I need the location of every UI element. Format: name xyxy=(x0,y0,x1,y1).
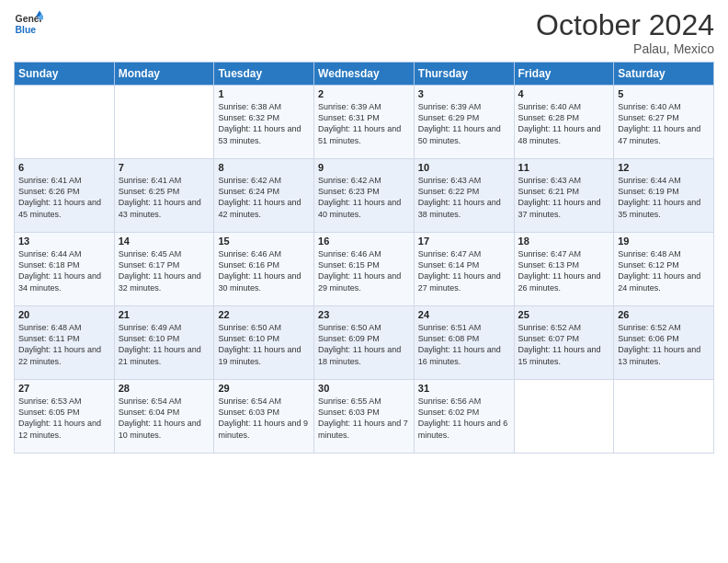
day-number: 1 xyxy=(218,88,310,99)
cell-info: Sunrise: 6:44 AM Sunset: 6:18 PM Dayligh… xyxy=(18,248,110,293)
calendar-cell xyxy=(614,380,714,454)
day-number: 21 xyxy=(119,309,210,320)
calendar-cell: 22Sunrise: 6:50 AM Sunset: 6:10 PM Dayli… xyxy=(214,306,314,380)
day-number: 30 xyxy=(318,383,410,394)
day-number: 18 xyxy=(518,236,610,247)
cell-info: Sunrise: 6:39 AM Sunset: 6:31 PM Dayligh… xyxy=(318,101,410,146)
day-number: 23 xyxy=(318,309,410,320)
day-number: 26 xyxy=(618,309,710,320)
logo-icon: General Blue xyxy=(14,9,43,39)
calendar-cell: 31Sunrise: 6:56 AM Sunset: 6:02 PM Dayli… xyxy=(414,380,514,454)
calendar-cell: 19Sunrise: 6:48 AM Sunset: 6:12 PM Dayli… xyxy=(614,233,714,306)
cell-info: Sunrise: 6:46 AM Sunset: 6:16 PM Dayligh… xyxy=(218,248,310,293)
cell-info: Sunrise: 6:45 AM Sunset: 6:17 PM Dayligh… xyxy=(119,248,210,293)
calendar-cell: 5Sunrise: 6:40 AM Sunset: 6:27 PM Daylig… xyxy=(614,86,714,159)
day-number: 15 xyxy=(218,236,310,247)
cell-info: Sunrise: 6:52 AM Sunset: 6:07 PM Dayligh… xyxy=(518,322,610,367)
day-header-tuesday: Tuesday xyxy=(214,63,314,86)
title-area: October 2024 Palau, Mexico xyxy=(536,9,714,56)
cell-info: Sunrise: 6:40 AM Sunset: 6:28 PM Dayligh… xyxy=(518,101,610,146)
cell-info: Sunrise: 6:44 AM Sunset: 6:19 PM Dayligh… xyxy=(618,175,710,220)
day-number: 9 xyxy=(318,162,410,173)
calendar-cell: 23Sunrise: 6:50 AM Sunset: 6:09 PM Dayli… xyxy=(314,306,415,380)
day-header-thursday: Thursday xyxy=(414,63,514,86)
logo: General Blue xyxy=(14,9,43,39)
day-number: 27 xyxy=(18,383,110,394)
calendar-cell: 8Sunrise: 6:42 AM Sunset: 6:24 PM Daylig… xyxy=(214,159,314,233)
cell-info: Sunrise: 6:39 AM Sunset: 6:29 PM Dayligh… xyxy=(418,101,510,146)
cell-info: Sunrise: 6:41 AM Sunset: 6:26 PM Dayligh… xyxy=(18,175,110,220)
cell-info: Sunrise: 6:43 AM Sunset: 6:22 PM Dayligh… xyxy=(418,175,510,220)
calendar-cell: 20Sunrise: 6:48 AM Sunset: 6:11 PM Dayli… xyxy=(15,306,115,380)
cell-info: Sunrise: 6:48 AM Sunset: 6:12 PM Dayligh… xyxy=(618,248,710,293)
calendar-cell: 1Sunrise: 6:38 AM Sunset: 6:32 PM Daylig… xyxy=(214,86,314,159)
week-row: 13Sunrise: 6:44 AM Sunset: 6:18 PM Dayli… xyxy=(15,233,714,306)
calendar-cell: 26Sunrise: 6:52 AM Sunset: 6:06 PM Dayli… xyxy=(614,306,714,380)
calendar-cell: 2Sunrise: 6:39 AM Sunset: 6:31 PM Daylig… xyxy=(314,86,415,159)
day-number: 24 xyxy=(418,309,510,320)
calendar-cell: 14Sunrise: 6:45 AM Sunset: 6:17 PM Dayli… xyxy=(114,233,214,306)
day-number: 19 xyxy=(618,236,710,247)
header: General Blue October 2024 Palau, Mexico xyxy=(14,9,714,56)
cell-info: Sunrise: 6:54 AM Sunset: 6:04 PM Dayligh… xyxy=(119,396,210,441)
cell-info: Sunrise: 6:51 AM Sunset: 6:08 PM Dayligh… xyxy=(418,322,510,367)
cell-info: Sunrise: 6:41 AM Sunset: 6:25 PM Dayligh… xyxy=(119,175,210,220)
calendar-cell: 28Sunrise: 6:54 AM Sunset: 6:04 PM Dayli… xyxy=(114,380,214,454)
cell-info: Sunrise: 6:47 AM Sunset: 6:13 PM Dayligh… xyxy=(518,248,610,293)
calendar-cell: 10Sunrise: 6:43 AM Sunset: 6:22 PM Dayli… xyxy=(414,159,514,233)
calendar-cell xyxy=(114,86,214,159)
day-number: 7 xyxy=(119,162,210,173)
day-number: 17 xyxy=(418,236,510,247)
cell-info: Sunrise: 6:38 AM Sunset: 6:32 PM Dayligh… xyxy=(218,101,310,146)
calendar-cell: 18Sunrise: 6:47 AM Sunset: 6:13 PM Dayli… xyxy=(514,233,614,306)
day-header-friday: Friday xyxy=(514,63,614,86)
calendar-cell: 3Sunrise: 6:39 AM Sunset: 6:29 PM Daylig… xyxy=(414,86,514,159)
cell-info: Sunrise: 6:52 AM Sunset: 6:06 PM Dayligh… xyxy=(618,322,710,367)
cell-info: Sunrise: 6:47 AM Sunset: 6:14 PM Dayligh… xyxy=(418,248,510,293)
day-number: 8 xyxy=(218,162,310,173)
week-row: 20Sunrise: 6:48 AM Sunset: 6:11 PM Dayli… xyxy=(15,306,714,380)
week-row: 1Sunrise: 6:38 AM Sunset: 6:32 PM Daylig… xyxy=(15,86,714,159)
header-row: SundayMondayTuesdayWednesdayThursdayFrid… xyxy=(15,63,714,86)
calendar-cell: 15Sunrise: 6:46 AM Sunset: 6:16 PM Dayli… xyxy=(214,233,314,306)
day-number: 31 xyxy=(418,383,510,394)
calendar-cell: 13Sunrise: 6:44 AM Sunset: 6:18 PM Dayli… xyxy=(15,233,115,306)
calendar-cell: 21Sunrise: 6:49 AM Sunset: 6:10 PM Dayli… xyxy=(114,306,214,380)
cell-info: Sunrise: 6:54 AM Sunset: 6:03 PM Dayligh… xyxy=(218,396,310,441)
cell-info: Sunrise: 6:50 AM Sunset: 6:10 PM Dayligh… xyxy=(218,322,310,367)
cell-info: Sunrise: 6:42 AM Sunset: 6:23 PM Dayligh… xyxy=(318,175,410,220)
day-number: 16 xyxy=(318,236,410,247)
cell-info: Sunrise: 6:43 AM Sunset: 6:21 PM Dayligh… xyxy=(518,175,610,220)
day-number: 3 xyxy=(418,88,510,99)
cell-info: Sunrise: 6:48 AM Sunset: 6:11 PM Dayligh… xyxy=(18,322,110,367)
calendar-cell: 17Sunrise: 6:47 AM Sunset: 6:14 PM Dayli… xyxy=(414,233,514,306)
calendar-cell: 11Sunrise: 6:43 AM Sunset: 6:21 PM Dayli… xyxy=(514,159,614,233)
calendar-cell: 25Sunrise: 6:52 AM Sunset: 6:07 PM Dayli… xyxy=(514,306,614,380)
calendar-cell: 4Sunrise: 6:40 AM Sunset: 6:28 PM Daylig… xyxy=(514,86,614,159)
day-number: 13 xyxy=(18,236,110,247)
calendar-cell: 7Sunrise: 6:41 AM Sunset: 6:25 PM Daylig… xyxy=(114,159,214,233)
calendar-table: SundayMondayTuesdayWednesdayThursdayFrid… xyxy=(14,62,714,454)
cell-info: Sunrise: 6:42 AM Sunset: 6:24 PM Dayligh… xyxy=(218,175,310,220)
day-number: 14 xyxy=(119,236,210,247)
calendar-cell: 30Sunrise: 6:55 AM Sunset: 6:03 PM Dayli… xyxy=(314,380,415,454)
day-number: 20 xyxy=(18,309,110,320)
calendar-cell xyxy=(514,380,614,454)
day-number: 25 xyxy=(518,309,610,320)
day-number: 29 xyxy=(218,383,310,394)
day-header-monday: Monday xyxy=(114,63,214,86)
cell-info: Sunrise: 6:49 AM Sunset: 6:10 PM Dayligh… xyxy=(119,322,210,367)
day-number: 12 xyxy=(618,162,710,173)
week-row: 27Sunrise: 6:53 AM Sunset: 6:05 PM Dayli… xyxy=(15,380,714,454)
day-number: 2 xyxy=(318,88,410,99)
cell-info: Sunrise: 6:50 AM Sunset: 6:09 PM Dayligh… xyxy=(318,322,410,367)
day-header-saturday: Saturday xyxy=(614,63,714,86)
cell-info: Sunrise: 6:56 AM Sunset: 6:02 PM Dayligh… xyxy=(418,396,510,441)
calendar-cell: 29Sunrise: 6:54 AM Sunset: 6:03 PM Dayli… xyxy=(214,380,314,454)
week-row: 6Sunrise: 6:41 AM Sunset: 6:26 PM Daylig… xyxy=(15,159,714,233)
cell-info: Sunrise: 6:53 AM Sunset: 6:05 PM Dayligh… xyxy=(18,396,110,441)
day-number: 28 xyxy=(119,383,210,394)
calendar-cell: 16Sunrise: 6:46 AM Sunset: 6:15 PM Dayli… xyxy=(314,233,415,306)
calendar-cell: 9Sunrise: 6:42 AM Sunset: 6:23 PM Daylig… xyxy=(314,159,415,233)
calendar-cell: 6Sunrise: 6:41 AM Sunset: 6:26 PM Daylig… xyxy=(15,159,115,233)
